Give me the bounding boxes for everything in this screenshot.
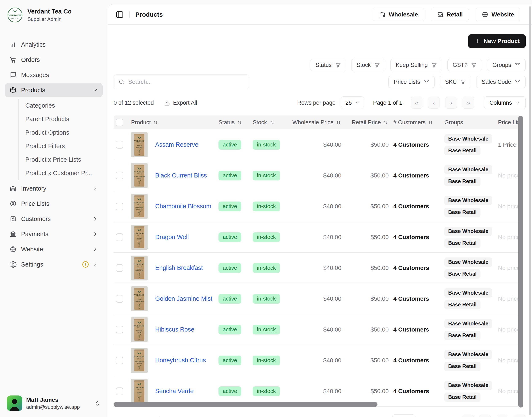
sidebar-subitem-product-filters[interactable]: Product Filters — [25, 139, 103, 153]
next-page-button[interactable]: › — [445, 97, 457, 109]
export-all-button[interactable]: Export All — [164, 100, 197, 106]
filter-price-lists[interactable]: Price Lists — [388, 76, 435, 88]
page-scrollbar[interactable] — [529, 6, 531, 415]
select-all-checkbox[interactable] — [116, 119, 123, 126]
product-link[interactable]: Golden Jasmine Mist — [155, 295, 212, 302]
row-checkbox[interactable] — [116, 264, 123, 272]
column-header-retail-price[interactable]: Retail Price — [352, 119, 389, 126]
prev-page-button[interactable]: ‹ — [428, 97, 440, 109]
filter-groups[interactable]: Groups — [487, 59, 526, 71]
table-toolbar: 0 of 12 selected Export All Rows per pag… — [114, 96, 526, 109]
download-icon — [164, 100, 170, 106]
sort-icon — [428, 120, 433, 125]
product-link[interactable]: Honeybrush Citrus — [155, 357, 206, 364]
column-header-stock[interactable]: Stock — [253, 119, 275, 126]
first-page-button[interactable]: « — [411, 97, 422, 109]
svg-text:VERDE: VERDE — [137, 393, 142, 395]
filter-sku[interactable]: SKU — [440, 76, 471, 88]
group-badge: Base Retail — [444, 177, 480, 186]
column-header-customers[interactable]: # Customers — [393, 119, 433, 126]
selection-count: 0 of 12 selected — [114, 100, 154, 106]
sidebar-subitem-product-x-price-lists[interactable]: Product x Price Lists — [25, 153, 103, 166]
sidebar-item-inventory[interactable]: Inventory — [5, 181, 103, 195]
filter-keep-selling[interactable]: Keep Selling — [390, 59, 442, 71]
prev-page-button[interactable]: ‹ — [479, 415, 491, 417]
retail-price: $50.00 — [371, 203, 389, 210]
sidebar-subitem-categories[interactable]: Categories — [25, 99, 103, 112]
row-checkbox[interactable] — [116, 203, 123, 210]
new-product-button[interactable]: New Product — [468, 34, 526, 48]
retail-button[interactable]: Retail — [431, 8, 469, 21]
column-header-status[interactable]: Status — [219, 119, 243, 126]
product-link[interactable]: Assam Reserve — [155, 141, 198, 148]
sidebar-item-label: Products — [21, 87, 45, 94]
filter-status[interactable]: Status — [310, 59, 346, 71]
user-menu[interactable]: Matt James admin@supplywise.app — [5, 395, 103, 412]
row-checkbox[interactable] — [116, 141, 123, 149]
stock-badge: in-stock — [253, 355, 280, 365]
row-checkbox[interactable] — [116, 233, 123, 241]
org-switcher[interactable]: VERDANT TEA CO. Verdant Tea Co Supplier … — [5, 5, 103, 24]
group-badge: Base Wholesale — [444, 165, 492, 174]
sidebar-item-settings[interactable]: Settings — [5, 258, 103, 271]
group-badge: Base Retail — [444, 331, 480, 340]
sidebar-item-messages[interactable]: Messages — [5, 68, 103, 82]
column-header-product[interactable]: Product — [131, 119, 159, 126]
row-checkbox[interactable] — [116, 295, 123, 303]
product-link[interactable]: Dragon Well — [155, 234, 189, 240]
sidebar-item-price-lists[interactable]: Price Lists — [5, 197, 103, 211]
sidebar-subitem-parent-products[interactable]: Parent Products — [25, 112, 103, 126]
filter-sales-code[interactable]: Sales Code — [476, 76, 526, 88]
row-checkbox[interactable] — [116, 326, 123, 334]
product-link[interactable]: Hibiscus Rose — [155, 326, 194, 333]
next-page-button[interactable]: › — [497, 415, 508, 417]
retail-price: $50.00 — [371, 234, 389, 240]
row-checkbox[interactable] — [116, 172, 123, 179]
message-icon — [10, 72, 16, 78]
product-link[interactable]: Sencha Verde — [155, 388, 194, 395]
table-vertical-scrollbar[interactable] — [518, 116, 523, 407]
sidebar-item-analytics[interactable]: Analytics — [5, 38, 103, 52]
svg-text:1 kg: 1 kg — [138, 277, 140, 278]
funnel-icon — [424, 79, 429, 85]
column-header-wholesale-price[interactable]: Wholesale Price — [292, 119, 341, 126]
table-horizontal-scrollbar[interactable] — [114, 402, 377, 407]
product-link[interactable]: Chamomile Blossom — [155, 203, 211, 210]
product-link[interactable]: Black Current Bliss — [155, 172, 207, 179]
sidebar-item-website[interactable]: Website — [5, 242, 103, 256]
products-table: Product Status Stock Wholesale Price Ret… — [114, 115, 519, 407]
sidebar-item-payments[interactable]: Payments — [5, 227, 103, 241]
price-lists-value: No price lists — [498, 326, 519, 333]
sidebar-subitem-product-options[interactable]: Product Options — [25, 126, 103, 139]
svg-text:1 kg: 1 kg — [138, 370, 140, 371]
row-checkbox[interactable] — [116, 357, 123, 364]
sidebar-item-customers[interactable]: Customers — [5, 212, 103, 226]
svg-text:VERDANT: VERDANT — [134, 201, 144, 204]
columns-button[interactable]: Columns — [484, 96, 526, 109]
sidebar-toggle-icon[interactable] — [116, 10, 124, 19]
first-page-button[interactable]: « — [462, 415, 474, 417]
website-button[interactable]: Website — [476, 8, 520, 21]
product-link[interactable]: English Breakfast — [155, 264, 203, 271]
brand-text: Verdant Tea Co Supplier Admin — [27, 8, 72, 22]
price-lists-value: 1 Price list — [498, 141, 519, 148]
row-checkbox[interactable] — [116, 387, 123, 395]
sidebar-subitem-product-x-customer-prices[interactable]: Product x Customer Pr... — [25, 166, 103, 180]
wholesale-button[interactable]: Wholesale — [373, 8, 424, 21]
last-page-button[interactable]: » — [514, 415, 526, 417]
product-thumbnail: VERDANTTEA CO.DRAGONWELL1 kg — [131, 225, 148, 250]
svg-text:VERDANT: VERDANT — [134, 294, 144, 296]
last-page-button[interactable]: » — [463, 97, 474, 109]
filter-stock[interactable]: Stock — [351, 59, 385, 71]
search-input[interactable] — [128, 79, 244, 85]
rows-per-page-select[interactable]: 25 — [392, 415, 415, 417]
sidebar-item-products[interactable]: Products — [5, 83, 103, 97]
rows-per-page-select[interactable]: 25 — [341, 96, 364, 109]
chevrons-up-down-icon — [95, 400, 101, 407]
svg-text:TEA CO.: TEA CO. — [137, 327, 142, 328]
svg-text:1 kg: 1 kg — [138, 154, 140, 155]
svg-text:CITRUS: CITRUS — [137, 363, 142, 364]
filter-gst[interactable]: GST? — [447, 59, 482, 71]
stock-badge: in-stock — [253, 325, 280, 334]
sidebar-item-orders[interactable]: Orders — [5, 53, 103, 67]
